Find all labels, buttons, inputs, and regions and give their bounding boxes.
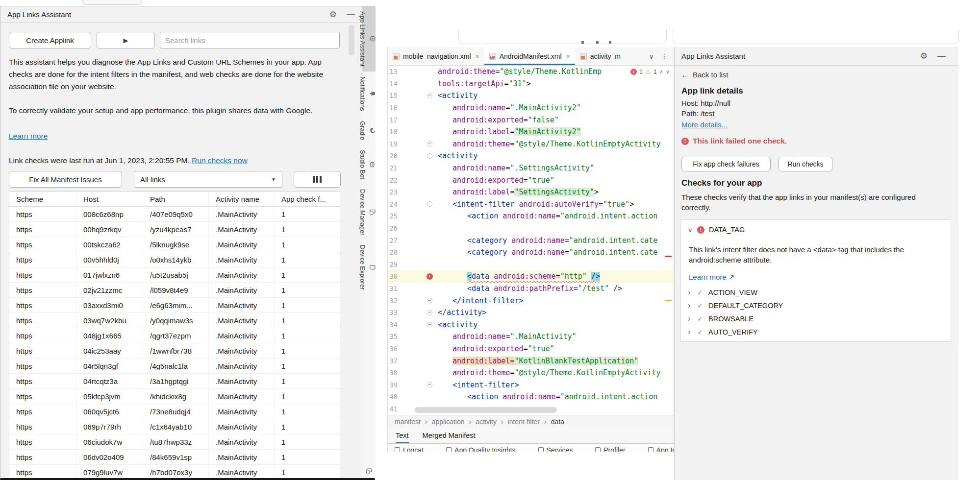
- table-row[interactable]: https03wq7w2kbu/y0qqimaw3s.MainActivity1: [9, 313, 340, 328]
- chevron-right-icon[interactable]: ›: [688, 290, 693, 295]
- table-row[interactable]: https060qv5jct6/73ne8udqj4.MainActivity1: [9, 404, 340, 419]
- minimize-icon[interactable]: —: [937, 52, 946, 60]
- sidebar-tab-device-explorer[interactable]: Device Explorer: [362, 240, 376, 295]
- column-header[interactable]: Path: [143, 192, 208, 206]
- table-row[interactable]: https00v5hhld0j/o0xhs14ykb.MainActivity1: [9, 252, 340, 267]
- table-row[interactable]: https02jv21zzmc/l059v8t4e9.MainActivity1: [9, 283, 340, 298]
- breadcrumb-item[interactable]: data: [551, 418, 564, 426]
- column-header[interactable]: Scheme: [9, 195, 76, 203]
- code-line[interactable]: 22android:exported="true": [388, 174, 674, 186]
- links-filter-dropdown[interactable]: All links ▼: [134, 171, 282, 188]
- code-line[interactable]: 17android:exported="false": [388, 114, 674, 126]
- code-line[interactable]: 23android:label="SettingsActivity">: [388, 186, 674, 198]
- chevron-right-icon[interactable]: ›: [688, 330, 693, 335]
- column-header[interactable]: Activity name: [208, 192, 274, 206]
- sidebar-tab-notifications[interactable]: Notifications: [362, 72, 376, 116]
- close-icon[interactable]: ×: [476, 52, 479, 60]
- data-tag-check-row[interactable]: ∨ ! DATA_TAG: [688, 226, 944, 234]
- table-row[interactable]: https048jg1x665/qgrt37ezpm.MainActivity1: [9, 328, 340, 343]
- tab-text[interactable]: Text: [396, 432, 409, 443]
- run-checks-now-link[interactable]: Run checks now: [192, 156, 248, 165]
- back-to-list-button[interactable]: ← Back to list: [681, 71, 729, 79]
- code-line[interactable]: 40<action android:name="android.intent.a…: [388, 391, 674, 403]
- code-line[interactable]: 25<action android:name="android.intent.a…: [388, 210, 674, 222]
- fold-icon[interactable]: [427, 201, 432, 207]
- code-line[interactable]: 21android:name=".SettingsActivity": [388, 162, 674, 174]
- code-line[interactable]: 30!<data android:scheme="http" />: [388, 270, 674, 283]
- fold-icon[interactable]: [427, 93, 432, 98]
- running-devices-icon[interactable]: [366, 468, 372, 474]
- table-row[interactable]: https04ic253aay/1wwnfbr738.MainActivity1: [9, 343, 340, 359]
- code-line[interactable]: 33</activity>: [388, 307, 674, 319]
- table-row[interactable]: https00hq9zrkqv/yzu4kpeas7.MainActivity1: [9, 222, 340, 237]
- tab-mobile-navigation-xml[interactable]: mobile_navigation.xml ×: [388, 47, 484, 65]
- fold-icon[interactable]: [427, 310, 432, 315]
- run-checks-button[interactable]: Run checks: [779, 157, 832, 171]
- next-issue-icon[interactable]: ∨: [666, 69, 670, 75]
- create-applink-button[interactable]: Create Applink: [9, 32, 91, 48]
- sidebar-tab-device-manager[interactable]: Device Manager: [362, 184, 376, 240]
- code-line[interactable]: 32</intent-filter>: [388, 294, 674, 307]
- table-row[interactable]: https00tskcza62/5lknugk9se.MainActivity1: [9, 237, 340, 252]
- table-row[interactable]: https06dv02o409/84k659v1sp.MainActivity1: [9, 450, 340, 465]
- fold-icon[interactable]: [427, 322, 432, 327]
- close-icon[interactable]: ×: [566, 52, 570, 60]
- code-editor[interactable]: ! 1 ⚠ 1 ∧ ∨ 13android:theme="@style/Them…: [388, 66, 674, 415]
- bottom-tool-button[interactable]: App Quality Insights: [446, 446, 516, 452]
- table-row[interactable]: https04r5lqn3gf/4g5nalc1la.MainActivity1: [9, 359, 340, 374]
- breadcrumb-item[interactable]: application: [432, 418, 465, 426]
- breadcrumb-item[interactable]: intent-filter: [508, 418, 540, 426]
- more-options-icon[interactable]: ⋮: [661, 52, 668, 60]
- code-line[interactable]: 16android:name=".MainActivity2": [388, 102, 674, 114]
- table-row[interactable]: https05kfcp3jvm/khidckix8g.MainActivity1: [9, 389, 340, 404]
- column-header[interactable]: App check f...: [274, 192, 340, 206]
- tab-activity-m[interactable]: activity_m: [575, 47, 626, 65]
- code-line[interactable]: 15<activity: [388, 90, 674, 102]
- sidebar-tab-studio-bot[interactable]: Studio Bot: [362, 145, 376, 184]
- sidebar-tab-app-links-assistant[interactable]: App Links Assistant: [362, 6, 376, 72]
- code-line[interactable]: 27<category android:name="android.intent…: [388, 234, 674, 246]
- column-header[interactable]: Host: [76, 192, 143, 206]
- chevron-right-icon[interactable]: ›: [688, 303, 693, 308]
- bottom-tool-button[interactable]: Services: [538, 446, 573, 452]
- code-line[interactable]: 38android:theme="@style/Theme.KotlinEmpt…: [388, 367, 674, 379]
- gear-icon[interactable]: ⚙: [329, 10, 337, 19]
- code-line[interactable]: 31<data android:pathPrefix="/test" />: [388, 283, 674, 295]
- passed-check-row[interactable]: ›✓AUTO_VERIFY: [688, 328, 944, 336]
- table-row[interactable]: https069p7r79rh/c1x64yab10.MainActivity1: [9, 419, 340, 434]
- code-line[interactable]: 36android:exported="true": [388, 343, 674, 355]
- breadcrumb-item[interactable]: manifest: [395, 418, 421, 426]
- fold-icon[interactable]: [427, 141, 432, 146]
- gear-icon[interactable]: ⚙: [920, 52, 928, 60]
- search-input[interactable]: [160, 32, 340, 48]
- horizontal-scrollbar[interactable]: [415, 407, 557, 413]
- passed-check-row[interactable]: ›✓DEFAULT_CATEGORY: [688, 302, 944, 310]
- table-row[interactable]: https04rtcqtz3a/3a1hgptqgi.MainActivity1: [9, 374, 340, 389]
- code-line[interactable]: 14tools:targetApi="31">: [388, 78, 674, 90]
- code-line[interactable]: 18android:label="MainActivity2": [388, 126, 674, 138]
- fix-all-manifest-issues-button[interactable]: Fix All Manifest Issues: [9, 171, 122, 188]
- fix-app-check-failures-button[interactable]: Fix app check failures: [681, 157, 771, 171]
- code-line[interactable]: 29: [388, 259, 674, 271]
- code-line[interactable]: 28<category android:name="android.intent…: [388, 246, 674, 259]
- warning-stripe-mark[interactable]: [665, 300, 672, 301]
- code-line[interactable]: 20<activity: [388, 150, 674, 162]
- passed-check-row[interactable]: ›✓BROWSABLE: [688, 315, 944, 323]
- fold-icon[interactable]: [427, 298, 432, 303]
- bottom-tool-button[interactable]: App Inspection: [648, 446, 674, 452]
- inspection-widget[interactable]: ! 1 ⚠ 1 ∧ ∨: [628, 68, 670, 75]
- more-details-link[interactable]: More details...: [681, 120, 728, 129]
- chevron-down-icon[interactable]: ∨: [649, 52, 654, 60]
- code-line[interactable]: 24<intent-filter android:autoVerify="tru…: [388, 198, 674, 211]
- sidebar-tab-gradle[interactable]: Gradle: [362, 116, 376, 145]
- play-button[interactable]: ▶: [97, 32, 155, 48]
- bottom-tool-button[interactable]: Logcat: [395, 446, 424, 452]
- chevron-down-icon[interactable]: ∨: [688, 226, 693, 234]
- table-row[interactable]: https06ciudok7w/tu87hwp33z.MainActivity1: [9, 434, 340, 450]
- table-row[interactable]: https008c6z68np/407e09q5x0.MainActivity1: [9, 207, 340, 222]
- code-line[interactable]: 39<intent-filter>: [388, 379, 674, 391]
- minimize-icon[interactable]: —: [347, 10, 355, 19]
- code-line[interactable]: 37android:label="KotlinBlankTestApplicat…: [388, 355, 674, 367]
- fold-icon[interactable]: [427, 153, 432, 159]
- learn-more-link[interactable]: Learn more ↗: [689, 273, 734, 282]
